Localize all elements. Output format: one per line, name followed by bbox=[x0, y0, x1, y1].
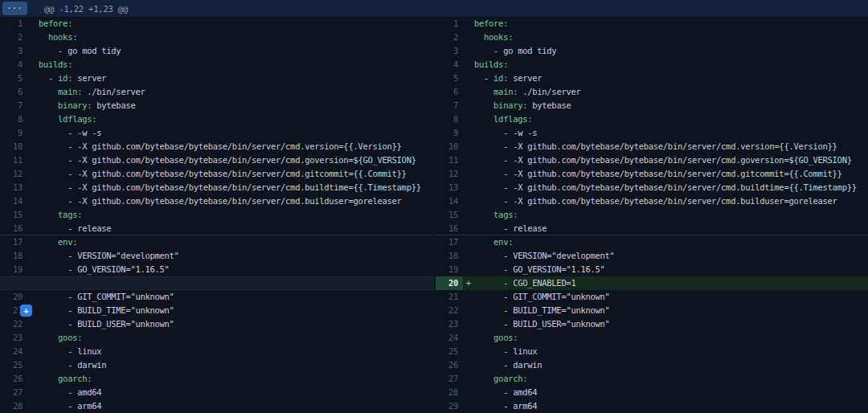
add-comment-button[interactable]: + bbox=[20, 305, 32, 317]
line-number[interactable]: 27 bbox=[0, 386, 27, 399]
line-number[interactable]: 16 bbox=[436, 222, 463, 235]
code-segment bbox=[474, 100, 493, 110]
line-number[interactable]: 1 bbox=[0, 17, 27, 31]
line-number[interactable]: 3 bbox=[436, 44, 463, 58]
expand-diff-button[interactable]: ··· bbox=[2, 2, 27, 15]
diff-row: 27 goarch: bbox=[436, 372, 868, 386]
line-number[interactable]: 6 bbox=[0, 85, 27, 99]
line-number[interactable]: 23 bbox=[436, 317, 463, 331]
line-number[interactable]: 20 bbox=[0, 290, 27, 304]
line-number[interactable]: 15 bbox=[436, 208, 463, 222]
line-number[interactable]: 9 bbox=[436, 126, 463, 140]
line-number[interactable]: 28 bbox=[0, 399, 27, 413]
line-number[interactable]: 12 bbox=[436, 167, 463, 181]
line-number[interactable]: 10 bbox=[436, 140, 463, 153]
line-number[interactable]: 11 bbox=[436, 153, 463, 167]
line-number[interactable]: 4 bbox=[0, 58, 27, 72]
line-number[interactable]: 6 bbox=[436, 85, 463, 99]
code-segment: - linux bbox=[474, 346, 537, 356]
line-number[interactable]: 4 bbox=[436, 58, 463, 72]
empty-line bbox=[39, 277, 434, 289]
line-content: - BUILD_TIME="unknown" bbox=[474, 304, 868, 317]
line-content: builds: bbox=[39, 58, 434, 72]
code-segment: - -X github.com/bytebase/bytebase/bin/se… bbox=[474, 196, 837, 206]
line-number[interactable]: 8 bbox=[436, 112, 463, 126]
gutter-marker bbox=[27, 277, 39, 289]
code-segment: - -X github.com/bytebase/bytebase/bin/se… bbox=[474, 155, 852, 165]
code-segment: before: bbox=[39, 18, 72, 28]
line-number[interactable]: 28 bbox=[436, 386, 463, 399]
line-number[interactable]: 14 bbox=[0, 194, 27, 208]
line-number[interactable]: 13 bbox=[436, 181, 463, 194]
line-content: hooks: bbox=[474, 31, 868, 44]
line-number[interactable]: 17 bbox=[436, 235, 463, 249]
line-content: goarch: bbox=[39, 372, 434, 386]
line-content: ldflags: bbox=[474, 112, 868, 126]
line-number[interactable]: 9 bbox=[0, 126, 27, 140]
code-segment bbox=[39, 100, 58, 110]
diff-row: 3 - go mod tidy bbox=[0, 44, 434, 58]
line-number[interactable]: 24 bbox=[0, 345, 27, 358]
line-number[interactable]: 10 bbox=[0, 140, 27, 153]
line-number[interactable]: 13 bbox=[0, 181, 27, 194]
code-segment: env: bbox=[493, 237, 513, 247]
line-number[interactable]: 17 bbox=[0, 235, 27, 249]
code-segment: - -w -s bbox=[474, 128, 537, 137]
line-number[interactable]: 23 bbox=[0, 331, 27, 345]
line-number[interactable]: 22 bbox=[0, 317, 27, 331]
code-segment: - -X github.com/bytebase/bytebase/bin/se… bbox=[39, 196, 402, 206]
line-number[interactable]: 25 bbox=[0, 358, 27, 372]
gutter-marker bbox=[27, 44, 39, 58]
line-number[interactable]: 14 bbox=[436, 194, 463, 208]
line-number[interactable]: 15 bbox=[0, 208, 27, 222]
code-segment: - VERSION="development" bbox=[39, 251, 179, 260]
line-number[interactable]: 2 bbox=[436, 31, 463, 44]
diff-row: 23 - BUILD_USER="unknown" bbox=[436, 317, 868, 331]
line-number[interactable]: 16 bbox=[0, 222, 27, 235]
code-segment: main: bbox=[493, 87, 518, 96]
line-number[interactable]: 19 bbox=[0, 263, 27, 276]
line-number[interactable]: 21 bbox=[436, 290, 463, 304]
line-number[interactable]: 7 bbox=[436, 99, 463, 112]
code-segment: ldflags: bbox=[493, 114, 532, 124]
line-content: - GIT_COMMIT="unknown" bbox=[474, 290, 868, 304]
gutter-marker bbox=[27, 317, 39, 331]
line-number[interactable]: 26 bbox=[436, 358, 463, 372]
line-number[interactable]: 12 bbox=[0, 167, 27, 181]
line-content: - -X github.com/bytebase/bytebase/bin/se… bbox=[474, 167, 868, 181]
line-number[interactable]: 5 bbox=[436, 72, 463, 85]
gutter-marker bbox=[27, 345, 39, 358]
line-number[interactable]: 11 bbox=[0, 153, 27, 167]
line-number[interactable]: 22 bbox=[436, 304, 463, 317]
line-number[interactable]: 2 bbox=[0, 31, 27, 44]
line-number[interactable]: 18 bbox=[0, 249, 27, 263]
diff-row: 5 - id: server bbox=[436, 72, 868, 85]
line-content: - amd64 bbox=[39, 386, 434, 399]
empty-gutter bbox=[0, 277, 27, 289]
line-content: - BUILD_USER="unknown" bbox=[39, 317, 434, 331]
line-number[interactable]: 7 bbox=[0, 99, 27, 112]
line-number[interactable]: 18 bbox=[436, 249, 463, 263]
line-number[interactable]: 27 bbox=[436, 372, 463, 386]
line-number[interactable]: 3 bbox=[0, 44, 27, 58]
line-content: - CGO_ENABLED=1 bbox=[474, 276, 868, 290]
line-number[interactable]: 24 bbox=[436, 331, 463, 345]
line-number[interactable]: 25 bbox=[436, 345, 463, 358]
line-content: - GIT_COMMIT="unknown" bbox=[39, 290, 434, 304]
line-number[interactable]: 1 bbox=[436, 17, 463, 31]
gutter-marker bbox=[463, 85, 474, 99]
line-content: - linux bbox=[39, 345, 434, 358]
line-number[interactable]: 20 bbox=[436, 276, 463, 290]
line-number[interactable]: 19 bbox=[436, 263, 463, 276]
diff-row: 10 - -X github.com/bytebase/bytebase/bin… bbox=[0, 140, 434, 153]
line-number[interactable]: 5 bbox=[0, 72, 27, 85]
code-segment: - CGO_ENABLED=1 bbox=[474, 278, 575, 288]
code-segment: id: bbox=[58, 73, 72, 83]
diff-row: 18 - VERSION="development" bbox=[436, 249, 868, 263]
line-number[interactable]: 8 bbox=[0, 112, 27, 126]
diff-row: 29 - arm64 bbox=[436, 399, 868, 413]
line-number[interactable]: 26 bbox=[0, 372, 27, 386]
code-segment: goarch: bbox=[493, 374, 527, 383]
line-content: - VERSION="development" bbox=[39, 249, 434, 263]
line-number[interactable]: 29 bbox=[436, 399, 463, 413]
